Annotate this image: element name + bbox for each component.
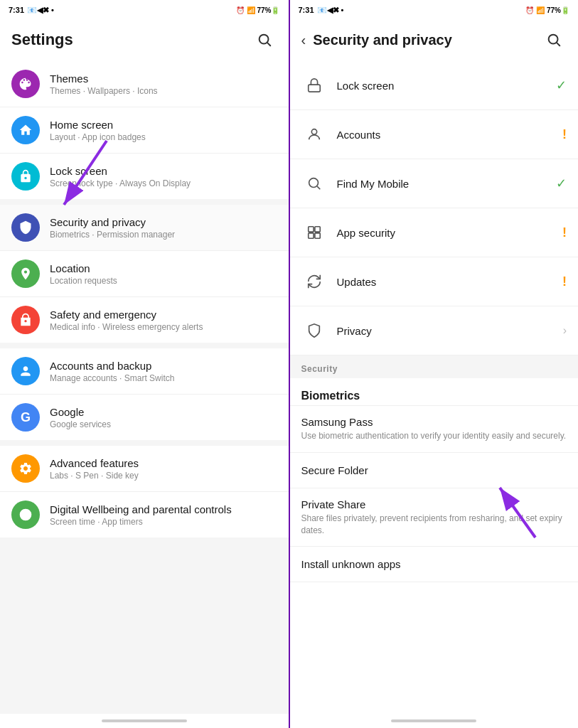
settings-item-home-screen[interactable]: Home screen Layout · App icon badges — [0, 107, 289, 154]
settings-item-google[interactable]: G Google Google services — [0, 395, 289, 440]
bottom-bar-left — [0, 714, 289, 728]
samsung-pass-item[interactable]: Samsung Pass Use biometric authenticatio… — [290, 406, 579, 453]
settings-header: Settings — [0, 20, 289, 61]
lock-screen-subtitle: Screen lock type · Always On Display — [50, 178, 277, 188]
settings-title: Settings — [11, 31, 73, 49]
find-mobile-icon — [301, 171, 327, 196]
app-security-status: ! — [562, 225, 567, 240]
security-privacy-panel: 7:31 📧◀✖ • ⏰ 📶 77%🔋 ‹ Security and priva… — [290, 0, 579, 728]
privacy-chevron: › — [563, 324, 567, 337]
accounts-backup-text: Accounts and backup Manage accounts · Sm… — [50, 360, 277, 383]
safety-emergency-subtitle: Medical info · Wireless emergency alerts — [50, 322, 277, 332]
lock-screen-sec-text: Lock screen — [337, 80, 551, 92]
install-unknown-apps-item[interactable]: Install unknown apps — [290, 547, 579, 582]
google-icon: G — [11, 403, 40, 432]
accounts-status: ! — [562, 127, 567, 142]
security-item-privacy[interactable]: Privacy › — [290, 306, 579, 355]
security-item-app-security[interactable]: App security ! — [290, 208, 579, 257]
advanced-features-title: Advanced features — [50, 457, 277, 469]
right-arrow-annotation — [486, 473, 557, 545]
settings-group-security: Security and privacy Biometrics · Permis… — [0, 205, 289, 343]
svg-line-5 — [557, 43, 560, 46]
lock-screen-title: Lock screen — [50, 165, 277, 177]
app-security-icon — [301, 220, 327, 245]
google-text: Google Google services — [50, 406, 277, 429]
security-list: Lock screen ✓ Accounts ! Find My Mob — [290, 61, 579, 714]
settings-group-advanced: Advanced features Labs · S Pen · Side ke… — [0, 446, 289, 537]
security-search-button[interactable] — [541, 27, 567, 53]
security-item-lock-screen[interactable]: Lock screen ✓ — [290, 61, 579, 110]
advanced-features-text: Advanced features Labs · S Pen · Side ke… — [50, 457, 277, 481]
settings-item-lock-screen[interactable]: Lock screen Screen lock type · Always On… — [0, 154, 289, 199]
lock-screen-text: Lock screen Screen lock type · Always On… — [50, 165, 277, 188]
status-bar-left: 7:31 📧◀✖ • ⏰ 📶 77%🔋 — [0, 0, 289, 20]
battery-icons-left: ⏰ 📶 77%🔋 — [236, 6, 280, 14]
location-text: Location Location requests — [50, 262, 277, 286]
svg-point-8 — [309, 178, 318, 188]
location-subtitle: Location requests — [50, 276, 277, 286]
accounts-backup-subtitle: Manage accounts · Smart Switch — [50, 373, 277, 383]
google-title: Google — [50, 406, 277, 418]
settings-item-themes[interactable]: Themes Themes · Wallpapers · Icons — [0, 61, 289, 107]
svg-rect-11 — [314, 227, 319, 232]
privacy-text: Privacy — [337, 325, 557, 337]
digital-wellbeing-title: Digital Wellbeing and parental controls — [50, 503, 277, 515]
digital-wellbeing-text: Digital Wellbeing and parental controls … — [50, 503, 277, 527]
location-icon — [11, 259, 40, 288]
home-screen-subtitle: Layout · App icon badges — [50, 132, 277, 142]
settings-group-accounts: Accounts and backup Manage accounts · Sm… — [0, 348, 289, 440]
updates-text: Updates — [337, 276, 557, 288]
lock-screen-icon — [11, 162, 40, 191]
location-title: Location — [50, 262, 277, 274]
themes-text: Themes Themes · Wallpapers · Icons — [50, 73, 277, 96]
home-indicator-right — [391, 719, 476, 722]
security-title: Security and privacy — [313, 32, 452, 48]
settings-search-button[interactable] — [252, 27, 277, 53]
safety-emergency-icon — [11, 306, 40, 334]
accounts-sec-icon — [301, 122, 327, 147]
updates-icon — [301, 269, 327, 294]
privacy-icon — [301, 318, 327, 343]
security-item-accounts[interactable]: Accounts ! — [290, 110, 579, 159]
svg-rect-13 — [314, 233, 319, 238]
svg-point-3 — [20, 509, 32, 521]
home-screen-title: Home screen — [50, 119, 277, 131]
security-privacy-title: Security and privacy — [50, 216, 277, 228]
biometrics-title[interactable]: Biometrics — [290, 378, 579, 406]
settings-item-location[interactable]: Location Location requests — [0, 251, 289, 297]
security-section-header: Security — [290, 355, 579, 378]
settings-item-accounts-backup[interactable]: Accounts and backup Manage accounts · Sm… — [0, 348, 289, 395]
security-privacy-icon — [11, 213, 40, 242]
home-screen-text: Home screen Layout · App icon badges — [50, 119, 277, 142]
security-header: ‹ Security and privacy — [290, 20, 579, 61]
svg-rect-12 — [308, 233, 313, 238]
svg-line-9 — [317, 186, 320, 189]
install-unknown-title: Install unknown apps — [301, 558, 567, 570]
bottom-bar-right — [290, 714, 579, 728]
accounts-backup-title: Accounts and backup — [50, 360, 277, 372]
accounts-backup-icon — [11, 357, 40, 385]
back-button[interactable]: ‹ — [301, 32, 306, 48]
samsung-pass-title: Samsung Pass — [301, 416, 567, 428]
settings-item-security-privacy[interactable]: Security and privacy Biometrics · Permis… — [0, 205, 289, 251]
themes-icon — [11, 70, 40, 98]
find-mobile-status: ✓ — [556, 176, 567, 191]
status-bar-right: 7:31 📧◀✖ • ⏰ 📶 77%🔋 — [290, 0, 579, 20]
settings-item-advanced-features[interactable]: Advanced features Labs · S Pen · Side ke… — [0, 446, 289, 492]
advanced-features-subtitle: Labs · S Pen · Side key — [50, 471, 277, 481]
settings-item-safety-emergency[interactable]: Safety and emergency Medical info · Wire… — [0, 297, 289, 343]
time-left: 7:31 — [9, 6, 24, 14]
secure-folder-item[interactable]: Secure Folder — [290, 453, 579, 488]
digital-wellbeing-subtitle: Screen time · App timers — [50, 517, 277, 527]
settings-item-digital-wellbeing[interactable]: Digital Wellbeing and parental controls … — [0, 492, 289, 537]
security-item-updates[interactable]: Updates ! — [290, 257, 579, 306]
settings-panel: 7:31 📧◀✖ • ⏰ 📶 77%🔋 Settings Themes — [0, 0, 290, 728]
accounts-sec-text: Accounts — [337, 129, 557, 141]
security-item-find-my-mobile[interactable]: Find My Mobile ✓ — [290, 159, 579, 208]
biometrics-section: Biometrics Samsung Pass Use biometric au… — [290, 378, 579, 582]
samsung-pass-subtitle: Use biometric authentication to verify y… — [301, 430, 567, 442]
security-privacy-subtitle: Biometrics · Permission manager — [50, 230, 277, 240]
app-security-text: App security — [337, 227, 557, 239]
battery-icons-right: ⏰ 📶 77%🔋 — [525, 6, 569, 14]
google-subtitle: Google services — [50, 419, 277, 429]
